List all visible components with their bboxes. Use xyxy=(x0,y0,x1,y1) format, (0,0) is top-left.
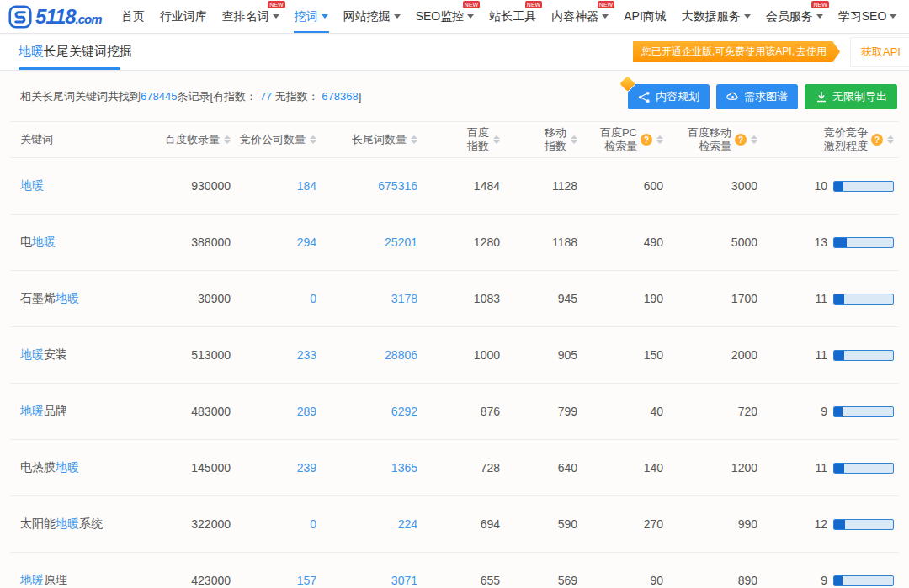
keyword-link[interactable]: 地暖 xyxy=(20,573,44,588)
competition-cell: 13 xyxy=(766,236,899,249)
competition-cell: 9 xyxy=(766,574,899,587)
table-row: 地暖品牌 483000 289 6292 876 799 40 720 9 xyxy=(10,384,899,440)
baidu-results-cell: 483000 xyxy=(140,405,239,418)
table-row: 地暖 930000 184 675316 1484 1128 600 3000 … xyxy=(10,158,899,215)
bid-companies-link[interactable]: 289 xyxy=(239,405,325,418)
nav-item-industry-thesaurus[interactable]: 行业词库 xyxy=(152,0,215,33)
longtail-count-link[interactable]: 6292 xyxy=(325,405,426,418)
enterprise-api-banner[interactable]: 您已开通企业版,可免费使用该API,去使用 xyxy=(633,41,840,62)
longtail-count-link[interactable]: 1365 xyxy=(325,461,426,474)
mobile-index-cell: 945 xyxy=(508,292,586,305)
bid-companies-link[interactable]: 184 xyxy=(239,179,325,193)
new-badge: NEW xyxy=(525,1,542,8)
longtail-count-link[interactable]: 28806 xyxy=(325,348,426,362)
nav-item-home[interactable]: 首页 xyxy=(114,0,152,33)
keyword-cell: 电地暖 xyxy=(10,235,140,250)
tab-longtail-mining[interactable]: 地暖长尾关键词挖掘 xyxy=(19,34,132,70)
keyword-link[interactable]: 地暖 xyxy=(32,235,56,250)
sort-icon[interactable] xyxy=(411,135,417,144)
nav-item-bigdata-service[interactable]: 大数据服务 xyxy=(674,0,758,33)
bid-companies-link[interactable]: 0 xyxy=(239,292,325,305)
col-competition: 竞价竞争激烈程度? xyxy=(766,126,899,154)
action-buttons: 内容规划 需求图谱 无限制导出 xyxy=(628,84,897,109)
sort-icon[interactable] xyxy=(493,135,500,144)
tab-keyword-text: 地暖 xyxy=(19,44,44,60)
baidu-results-cell: 513000 xyxy=(140,348,239,362)
sort-icon[interactable] xyxy=(887,135,894,144)
nav-item-learn-seo[interactable]: 学习SEO xyxy=(831,0,905,33)
pc-search-cell: 150 xyxy=(586,348,672,362)
longtail-count-link[interactable]: 224 xyxy=(325,517,426,531)
bid-companies-link[interactable]: 0 xyxy=(239,517,325,531)
mobile-index-cell: 905 xyxy=(508,348,586,362)
keyword-cell: 石墨烯地暖 xyxy=(10,291,140,306)
longtail-count-link[interactable]: 3178 xyxy=(325,292,426,305)
sort-icon[interactable] xyxy=(310,135,316,144)
keyword-cell: 地暖原理 xyxy=(10,573,140,588)
chevron-down-icon xyxy=(890,14,896,19)
nav-item-content-tool[interactable]: 内容神器NEW xyxy=(544,0,616,33)
nav-item-webmaster-tools[interactable]: 站长工具NEW xyxy=(481,0,544,33)
tab-bar: 地暖长尾关键词挖掘 您已开通企业版,可免费使用该API,去使用 获取API xyxy=(0,34,909,71)
bid-companies-link[interactable]: 233 xyxy=(239,348,325,362)
keyword-cell: 地暖品牌 xyxy=(10,404,140,419)
keyword-link[interactable]: 地暖 xyxy=(20,178,44,193)
baidu-index-cell: 1000 xyxy=(426,348,508,362)
help-icon[interactable]: ? xyxy=(871,134,883,146)
table-header-row: 关键词 百度收录量 竞价公司数量 长尾词数量 百度指数 移动指数 百度PC检索量… xyxy=(10,121,899,158)
nav-item-rank-words[interactable]: 查排名词NEW xyxy=(215,0,287,33)
new-badge: NEW xyxy=(811,1,828,8)
longtail-count-link[interactable]: 675316 xyxy=(325,179,426,193)
competition-bar xyxy=(833,406,894,417)
bid-companies-link[interactable]: 239 xyxy=(239,461,325,474)
nav-item-site-mining[interactable]: 网站挖掘 xyxy=(336,0,408,33)
nav-item-member-service[interactable]: 会员服务NEW xyxy=(758,0,831,33)
help-icon[interactable]: ? xyxy=(735,134,747,146)
chevron-down-icon xyxy=(322,14,328,19)
keyword-link[interactable]: 地暖 xyxy=(56,516,79,532)
longtail-count-link[interactable]: 3071 xyxy=(325,574,426,587)
chevron-down-icon xyxy=(602,14,609,19)
longtail-count-link[interactable]: 25201 xyxy=(325,236,426,249)
sort-icon[interactable] xyxy=(571,135,577,144)
mobile-index-cell: 1188 xyxy=(508,236,586,249)
help-icon[interactable]: ? xyxy=(641,134,652,146)
keyword-link[interactable]: 地暖 xyxy=(56,291,79,306)
main-menu: 首页 行业词库 查排名词NEW 挖词 网站挖掘 SEO监控NEW 站长工具NEW… xyxy=(114,0,905,33)
bid-companies-link[interactable]: 294 xyxy=(239,236,325,249)
mobile-index-cell: 640 xyxy=(508,461,586,474)
top-navbar: 5118.com 首页 行业词库 查排名词NEW 挖词 网站挖掘 SEO监控NE… xyxy=(0,0,909,34)
logo-icon xyxy=(8,5,32,29)
nav-item-api-store[interactable]: API商城 xyxy=(616,0,674,33)
competition-cell: 12 xyxy=(766,517,899,531)
export-button[interactable]: 无限制导出 xyxy=(805,84,897,109)
competition-cell: 11 xyxy=(766,461,899,474)
mobile-index-cell: 1128 xyxy=(508,179,586,193)
keyword-link[interactable]: 地暖 xyxy=(56,460,79,475)
competition-bar xyxy=(833,463,894,474)
summary-bar: 相关长尾词关键词共找到678445条记录[有指数： 77 无指数： 678368… xyxy=(0,71,909,118)
site-logo[interactable]: 5118.com xyxy=(8,5,102,29)
col-mobile-index: 移动指数 xyxy=(508,126,586,154)
share-icon xyxy=(638,91,651,103)
keyword-link[interactable]: 地暖 xyxy=(20,404,44,419)
banner-go-link[interactable]: 去使用 xyxy=(796,45,827,59)
new-badge: NEW xyxy=(598,1,614,8)
content-plan-button[interactable]: 内容规划 xyxy=(628,84,710,109)
sort-icon[interactable] xyxy=(224,135,231,144)
keyword-cell: 太阳能地暖系统 xyxy=(10,516,140,532)
get-api-button[interactable]: 获取API xyxy=(850,37,909,67)
table-row: 电热膜地暖 145000 239 1365 728 640 140 1200 1… xyxy=(10,440,899,496)
demand-map-button[interactable]: 需求图谱 xyxy=(716,84,798,109)
baidu-results-cell: 423000 xyxy=(140,574,239,587)
sort-icon[interactable] xyxy=(751,135,758,144)
indexed-count: 77 xyxy=(260,90,272,103)
nav-item-seo-monitor[interactable]: SEO监控NEW xyxy=(408,0,482,33)
bid-companies-link[interactable]: 157 xyxy=(239,574,325,587)
baidu-index-cell: 694 xyxy=(426,517,508,531)
nav-item-dig-words[interactable]: 挖词 xyxy=(287,0,336,33)
sort-icon[interactable] xyxy=(656,135,663,144)
pc-search-cell: 40 xyxy=(586,405,672,418)
baidu-results-cell: 930000 xyxy=(140,179,239,193)
keyword-link[interactable]: 地暖 xyxy=(20,347,44,363)
